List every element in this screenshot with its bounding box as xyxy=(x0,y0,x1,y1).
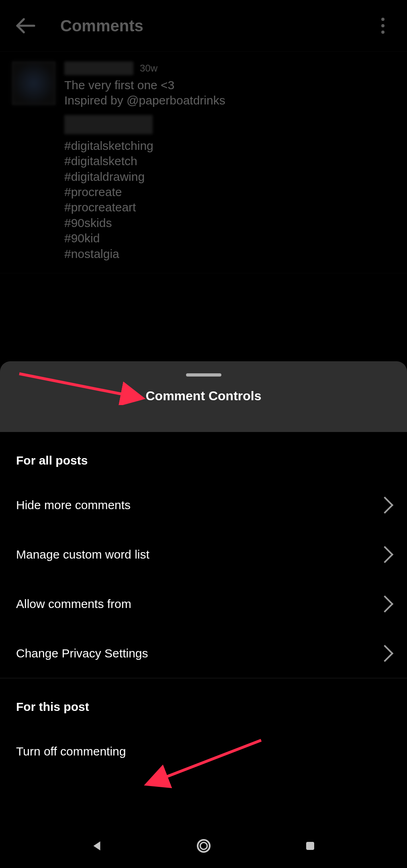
top-app-bar: Comments xyxy=(0,0,407,52)
row-label: Change Privacy Settings xyxy=(16,647,148,660)
hashtag[interactable]: #90kid xyxy=(64,231,395,246)
username-redacted xyxy=(64,61,133,75)
post-caption: The very first one <3 Inspired by @paper… xyxy=(64,78,395,108)
chevron-right-icon xyxy=(376,645,393,661)
svg-point-6 xyxy=(198,840,210,852)
hashtag[interactable]: #digitaldrawing xyxy=(64,169,395,184)
bottom-sheet-comment-controls: Comment Controls For all posts Hide more… xyxy=(0,361,407,776)
circle-home-icon xyxy=(196,838,212,854)
hashtag-list: #digitalsketching #digitalsketch #digita… xyxy=(64,138,395,262)
row-hide-more-comments[interactable]: Hide more comments xyxy=(0,480,407,530)
hashtag[interactable]: #nostalgia xyxy=(64,246,395,262)
post-timestamp: 30w xyxy=(140,63,157,74)
page-title: Comments xyxy=(60,17,143,35)
svg-point-1 xyxy=(381,18,385,21)
section-label-this-post: For this post xyxy=(0,678,407,727)
svg-point-2 xyxy=(381,24,385,27)
hashtag[interactable]: #90skids xyxy=(64,215,395,231)
svg-point-7 xyxy=(200,842,207,849)
row-allow-comments-from[interactable]: Allow comments from xyxy=(0,579,407,628)
row-label: Allow comments from xyxy=(16,597,131,611)
hashtag[interactable]: #procreate xyxy=(64,184,395,200)
square-recent-icon xyxy=(304,840,316,852)
svg-point-3 xyxy=(381,31,385,34)
post-header-line: 30w xyxy=(64,61,395,75)
dimmed-background: Comments 30w The very first one <3 Inspi… xyxy=(0,0,407,273)
post-caption-block: 30w The very first one <3 Inspired by @p… xyxy=(0,52,407,273)
row-manage-custom-word-list[interactable]: Manage custom word list xyxy=(0,530,407,579)
nav-back-button[interactable] xyxy=(87,836,106,856)
caption-line: Inspired by @paperboatdrinks xyxy=(64,93,395,108)
caption-line: The very first one <3 xyxy=(64,78,395,93)
hashtag[interactable]: #procreateart xyxy=(64,200,395,215)
row-label: Turn off commenting xyxy=(16,745,126,758)
row-label: Manage custom word list xyxy=(16,548,149,561)
section-label-all-posts: For all posts xyxy=(0,432,407,480)
svg-rect-8 xyxy=(306,842,314,850)
screen: Comments 30w The very first one <3 Inspi… xyxy=(0,0,407,868)
nav-home-button[interactable] xyxy=(194,836,213,856)
back-button[interactable] xyxy=(14,14,37,37)
nav-recent-button[interactable] xyxy=(301,836,320,856)
arrow-left-icon xyxy=(14,14,37,37)
post-body: 30w The very first one <3 Inspired by @p… xyxy=(64,61,395,262)
chevron-right-icon xyxy=(376,546,393,563)
chevron-right-icon xyxy=(376,496,393,513)
row-label: Hide more comments xyxy=(16,498,131,512)
post-avatar[interactable] xyxy=(12,61,55,105)
hashtag[interactable]: #digitalsketch xyxy=(64,154,395,169)
sheet-header[interactable]: Comment Controls xyxy=(0,361,407,432)
drag-handle[interactable] xyxy=(186,373,221,377)
sheet-title: Comment Controls xyxy=(146,389,262,403)
android-navigation-bar xyxy=(0,824,407,868)
row-change-privacy-settings[interactable]: Change Privacy Settings xyxy=(0,628,407,678)
row-turn-off-commenting[interactable]: Turn off commenting xyxy=(0,727,407,776)
overflow-menu-button[interactable] xyxy=(372,0,394,51)
more-vert-icon xyxy=(381,17,385,34)
hashtag[interactable]: #digitalsketching xyxy=(64,138,395,154)
chevron-right-icon xyxy=(376,595,393,612)
triangle-back-icon xyxy=(90,839,104,853)
redacted-text-block xyxy=(64,115,153,134)
